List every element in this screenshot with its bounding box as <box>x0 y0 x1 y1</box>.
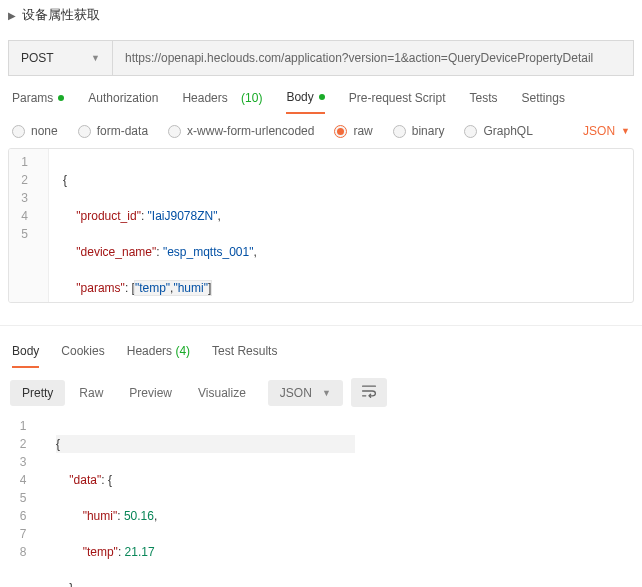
url-input[interactable]: https://openapi.heclouds.com/application… <box>113 41 633 75</box>
code-area: { "data": { "humi": 50.16, "temp": 21.17… <box>46 413 355 587</box>
tab-params[interactable]: Params <box>12 91 64 113</box>
method-select[interactable]: POST ▼ <box>9 41 113 75</box>
request-bar: POST ▼ https://openapi.heclouds.com/appl… <box>8 40 634 76</box>
response-format-select[interactable]: JSON▼ <box>268 380 343 406</box>
dot-icon <box>58 95 64 101</box>
headers-count: (4) <box>175 344 190 358</box>
tab-headers[interactable]: Headers (10) <box>182 91 262 113</box>
view-pretty[interactable]: Pretty <box>10 380 65 406</box>
response-tabs: Body Cookies Headers (4) Test Results <box>0 325 642 368</box>
tab-settings[interactable]: Settings <box>522 91 565 113</box>
resp-tab-cookies[interactable]: Cookies <box>61 344 104 368</box>
chevron-down-icon: ▼ <box>322 388 331 398</box>
body-type-row: none form-data x-www-form-urlencoded raw… <box>0 114 642 148</box>
response-body-editor[interactable]: 1 2 3 4 5 6 7 8 { "data": { "humi": 50.1… <box>8 413 634 587</box>
line-gutter: 1 2 3 4 5 6 7 8 <box>8 413 46 587</box>
request-tabs: Params Authorization Headers (10) Body P… <box>0 76 642 114</box>
radio-raw[interactable]: raw <box>334 124 372 138</box>
request-body-editor[interactable]: 1 2 3 4 5 { "product_id": "IaiJ9078ZN", … <box>8 148 634 303</box>
response-toolbar: Pretty Raw Preview Visualize JSON▼ <box>0 368 642 413</box>
dot-icon <box>319 94 325 100</box>
headers-count: (10) <box>241 91 262 105</box>
resp-tab-testresults[interactable]: Test Results <box>212 344 277 368</box>
format-select[interactable]: JSON▼ <box>583 124 630 138</box>
line-gutter: 1 2 3 4 5 <box>9 149 49 303</box>
radio-xwww[interactable]: x-www-form-urlencoded <box>168 124 314 138</box>
code-area[interactable]: { "product_id": "IaiJ9078ZN", "device_na… <box>49 149 257 303</box>
chevron-down-icon: ▼ <box>621 126 630 136</box>
tab-body[interactable]: Body <box>286 90 324 114</box>
wrap-lines-button[interactable] <box>351 378 387 407</box>
view-raw[interactable]: Raw <box>67 380 115 406</box>
method-label: POST <box>21 51 54 65</box>
collapse-icon: ▶ <box>8 10 16 21</box>
radio-none[interactable]: none <box>12 124 58 138</box>
resp-tab-headers[interactable]: Headers (4) <box>127 344 190 368</box>
radio-binary[interactable]: binary <box>393 124 445 138</box>
tab-authorization[interactable]: Authorization <box>88 91 158 113</box>
radio-formdata[interactable]: form-data <box>78 124 148 138</box>
section-title: 设备属性获取 <box>22 6 100 24</box>
chevron-down-icon: ▼ <box>91 53 100 63</box>
tab-tests[interactable]: Tests <box>470 91 498 113</box>
resp-tab-body[interactable]: Body <box>12 344 39 368</box>
radio-graphql[interactable]: GraphQL <box>464 124 532 138</box>
view-preview[interactable]: Preview <box>117 380 184 406</box>
tab-prerequest[interactable]: Pre-request Script <box>349 91 446 113</box>
wrap-icon <box>361 384 377 398</box>
view-visualize[interactable]: Visualize <box>186 380 258 406</box>
section-header[interactable]: ▶ 设备属性获取 <box>0 0 642 30</box>
